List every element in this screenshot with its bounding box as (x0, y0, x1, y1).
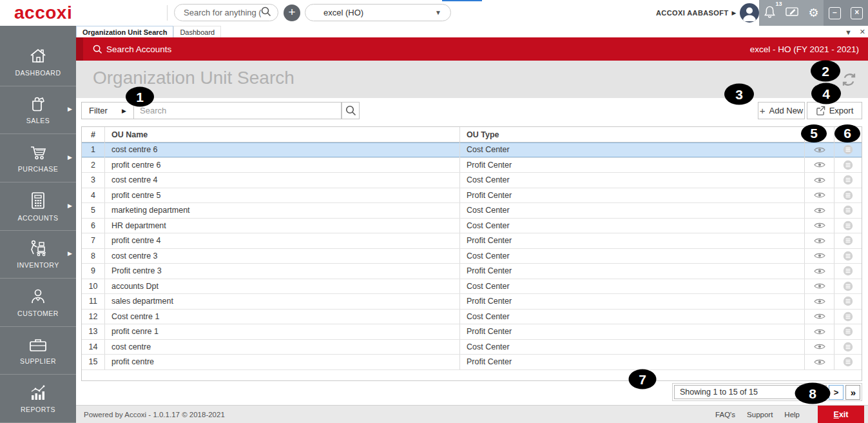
row-menu-button[interactable] (834, 324, 862, 339)
table-row[interactable]: 3cost centre 4Cost Center (82, 173, 862, 188)
tab-dashboard[interactable]: Dashboard (173, 26, 221, 38)
row-menu-button[interactable] (834, 355, 862, 369)
row-menu-button[interactable] (834, 173, 862, 188)
search-icon[interactable] (261, 6, 271, 19)
table-row[interactable]: 14cost centreCost Center (82, 340, 862, 355)
row-menu-button[interactable] (834, 249, 862, 264)
table-row[interactable]: 4profit centre 5Profit Center (82, 188, 862, 204)
global-search-input[interactable] (175, 8, 261, 17)
row-menu-icon (843, 190, 853, 201)
view-button[interactable] (805, 310, 834, 324)
table-row[interactable]: 13profit cenre 1Profit Center (82, 324, 862, 340)
row-menu-button[interactable] (834, 294, 862, 309)
search-accounts-button[interactable]: Search Accounts (93, 44, 171, 54)
eye-icon (814, 298, 825, 305)
view-button[interactable] (805, 143, 834, 157)
row-menu-button[interactable] (834, 219, 862, 233)
row-menu-button[interactable] (834, 264, 862, 279)
sidebar-item-label: SUPPLIER (20, 357, 56, 365)
user-menu[interactable]: ACCOXI AABASOFT ▶ (656, 0, 759, 26)
shopping-bag-icon (28, 95, 48, 113)
view-button[interactable] (805, 158, 834, 173)
sidebar-item-dashboard[interactable]: DASHBOARD (0, 38, 76, 86)
table-search-input[interactable] (134, 106, 341, 115)
company-select-dropdown[interactable]: excel (HO) ▼ (305, 4, 451, 21)
avatar[interactable] (740, 3, 759, 23)
table-row[interactable]: 6HR departmentCost Center (82, 219, 862, 234)
sidebar-item-purchase[interactable]: PURCHASE ▶ (0, 134, 76, 182)
table-row[interactable]: 5marketing departmentCost Center (82, 203, 862, 219)
global-search-field[interactable] (174, 4, 278, 21)
ou-name-cell: accounts Dpt (105, 279, 460, 294)
sidebar-item-accounts[interactable]: ACCOUNTS ▶ (0, 182, 76, 231)
support-link[interactable]: Support (747, 411, 773, 418)
table-row[interactable]: 9Profit centre 3Profit Center (82, 264, 862, 279)
help-link[interactable]: Help (784, 411, 800, 418)
row-index: 8 (82, 249, 105, 264)
notifications-button[interactable]: 13 (764, 5, 776, 21)
view-button[interactable] (805, 233, 834, 248)
sidebar-item-supplier[interactable]: SUPPLIER (0, 327, 76, 375)
table-row[interactable]: 10accounts DptCost Center (82, 279, 862, 295)
view-button[interactable] (805, 294, 834, 309)
settings-gear-button[interactable]: ⚙ (808, 7, 818, 19)
export-icon (816, 106, 825, 115)
sidebar-nav: DASHBOARD SALES ▶ PURCHASE ▶ ACCOUNTS ▶ … (0, 38, 76, 423)
row-menu-button[interactable] (834, 158, 862, 173)
row-menu-button[interactable] (834, 203, 862, 218)
row-menu-button[interactable] (834, 340, 862, 355)
filter-label[interactable]: Filter (82, 106, 122, 115)
view-button[interactable] (805, 355, 834, 369)
table-search-button[interactable] (342, 102, 360, 119)
view-button[interactable] (805, 203, 834, 218)
minimize-button[interactable]: – (829, 7, 841, 19)
filter-expand-icon[interactable]: ▶ (122, 108, 133, 114)
row-index: 1 (82, 143, 105, 157)
annotation-callout-2: 2 (811, 61, 840, 82)
table-row[interactable]: 15profit centreProfit Center (82, 355, 862, 370)
tab-organization-unit-search[interactable]: Organization Unit Search (76, 26, 173, 38)
view-button[interactable] (805, 219, 834, 233)
sidebar-item-reports[interactable]: REPORTS (0, 375, 76, 423)
table-row[interactable]: 2profit centre 6Profit Center (82, 158, 862, 173)
tab-close-icon[interactable]: ✕ (860, 28, 865, 36)
row-menu-button[interactable] (834, 279, 862, 294)
view-button[interactable] (805, 264, 834, 279)
quick-add-button[interactable]: + (284, 5, 300, 21)
submenu-arrow-icon: ▶ (68, 106, 72, 113)
add-new-button[interactable]: + Add New (758, 102, 805, 119)
export-button[interactable]: Export (807, 102, 862, 119)
ou-type-cell: Profit Center (460, 294, 805, 309)
view-button[interactable] (805, 279, 834, 294)
organization-unit-table: # OU Name OU Type 1cost centre 6Cost Cen… (81, 126, 862, 381)
view-button[interactable] (805, 324, 834, 339)
eye-icon (814, 328, 825, 335)
refresh-icon[interactable] (840, 71, 858, 91)
faqs-link[interactable]: FAQ's (715, 411, 735, 418)
row-menu-button[interactable] (834, 188, 862, 203)
messages-button[interactable] (786, 6, 798, 20)
view-button[interactable] (805, 188, 834, 203)
table-row[interactable]: 11sales departmentProfit Center (82, 294, 862, 310)
table-row[interactable]: 12Cost centre 1Cost Center (82, 310, 862, 325)
close-window-button[interactable]: × (851, 7, 863, 19)
row-menu-button[interactable] (834, 143, 862, 157)
sidebar-item-label: DASHBOARD (15, 69, 61, 77)
last-page-button[interactable]: » (845, 385, 860, 400)
tab-list-caret-icon[interactable]: ▼ (845, 28, 852, 36)
table-row[interactable]: 1cost centre 6Cost Center (82, 143, 862, 158)
sidebar-item-label: ACCOUNTS (18, 214, 59, 222)
sidebar-item-sales[interactable]: SALES ▶ (0, 86, 76, 135)
view-button[interactable] (805, 340, 834, 355)
table-row[interactable]: 7profit centre 4Profit Center (82, 233, 862, 249)
sidebar-item-customer[interactable]: CUSTOMER (0, 279, 76, 327)
view-button[interactable] (805, 249, 834, 264)
exit-button[interactable]: Exit (818, 406, 864, 423)
table-row[interactable]: 8cost centre 3Cost Center (82, 249, 862, 264)
row-menu-button[interactable] (834, 310, 862, 324)
next-page-button[interactable]: > (829, 385, 844, 400)
add-new-label: Add New (769, 106, 804, 115)
sidebar-item-inventory[interactable]: INVENTORY ▶ (0, 231, 76, 279)
view-button[interactable] (805, 173, 834, 188)
row-menu-button[interactable] (834, 233, 862, 248)
